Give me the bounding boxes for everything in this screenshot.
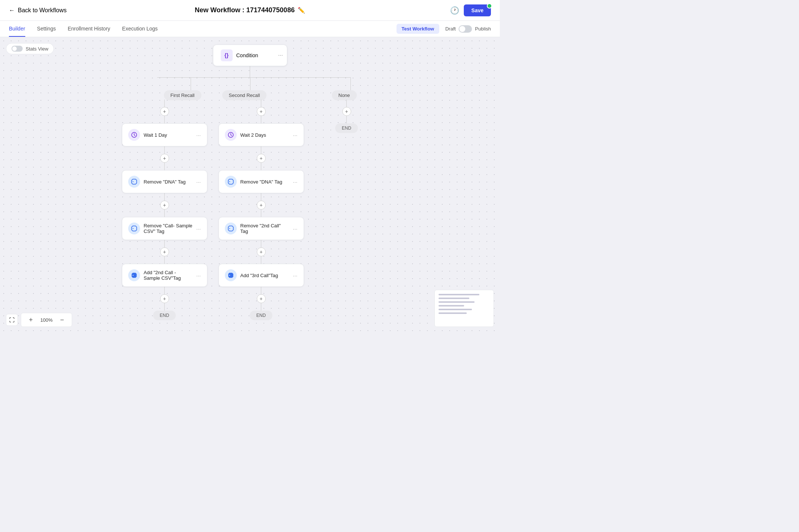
remove-dna-tag-label-2: Remove "DNA" Tag (240, 179, 289, 185)
step-add-3rd-call-tag[interactable]: Add "3rd Call"Tag ··· (219, 264, 304, 287)
branch-label-second-recall: Second Recall (222, 90, 267, 100)
add-step-after-add-3rd-call[interactable]: + (257, 294, 266, 303)
step-remove-dna-tag-2[interactable]: Remove "DNA" Tag ··· (219, 170, 304, 193)
wait-icon (128, 129, 140, 141)
tab-settings[interactable]: Settings (37, 21, 56, 37)
tag-remove-icon-3 (225, 176, 237, 188)
step-remove-dna-tag-1[interactable]: Remove "DNA" Tag ··· (122, 170, 207, 193)
publish-label: Publish (475, 26, 491, 32)
svg-point-3 (132, 275, 133, 276)
zoom-controls: + 100% − (21, 313, 72, 327)
wait-1-day-label: Wait 1 Day (144, 132, 193, 138)
draft-label: Draft (445, 26, 456, 32)
condition-vline (250, 66, 250, 77)
wait-2-days-menu[interactable]: ··· (293, 132, 298, 138)
add-2nd-call-label: Add "2nd Call - Sample CSV"Tag (144, 270, 193, 281)
add-step-after-add-2nd-call[interactable]: + (160, 294, 169, 303)
add-step-after-remove-2nd-call[interactable]: + (257, 247, 266, 256)
header-center: New Workflow : 1717440750086 ✏️ (195, 6, 305, 14)
zoom-level: 100% (39, 317, 54, 323)
condition-icon: {} (221, 49, 233, 61)
add-2nd-call-menu[interactable]: ··· (196, 272, 201, 279)
back-button[interactable]: ← Back to Workflows (9, 7, 67, 14)
add-3rd-call-label: Add "3rd Call"Tag (240, 273, 289, 278)
nav-right: Test Workflow Draft Publish (397, 24, 491, 34)
workflow-title: New Workflow : 1717440750086 (195, 6, 295, 14)
stats-toggle-switch[interactable] (12, 46, 23, 52)
svg-point-1 (132, 181, 133, 182)
step-wait-1-day[interactable]: Wait 1 Day ··· (122, 123, 207, 146)
add-step-after-remove-dna-2[interactable]: + (257, 201, 266, 210)
second-recall-column: + Wait 2 Days ··· + (217, 100, 306, 320)
tag-remove-icon-2 (128, 223, 140, 234)
remove-dna-tag-menu-2[interactable]: ··· (293, 179, 298, 185)
workflow-canvas: Stats View {} Condition ··· First Recall… (0, 37, 500, 333)
zoom-out-button[interactable]: + (26, 315, 36, 325)
add-step-after-remove-csv-1[interactable]: + (160, 247, 169, 256)
stats-view-toggle[interactable]: Stats View (6, 43, 54, 54)
step-add-2nd-call-tag[interactable]: Add "2nd Call - Sample CSV"Tag ··· (122, 264, 207, 287)
tab-builder[interactable]: Builder (9, 21, 25, 37)
remove-call-sample-csv-menu[interactable]: ··· (196, 226, 201, 232)
svg-point-5 (229, 181, 230, 182)
stats-view-label: Stats View (26, 46, 48, 52)
zoom-in-button[interactable]: − (57, 315, 67, 325)
add-step-after-wait-1-day[interactable]: + (160, 154, 169, 163)
add-step-none-top[interactable]: + (342, 107, 351, 116)
end-badge-first-recall: END (153, 311, 176, 320)
back-label: Back to Workflows (18, 7, 67, 14)
branch-label-none: None (332, 90, 357, 100)
add-step-after-remove-dna-1[interactable]: + (160, 201, 169, 210)
end-badge-second-recall: END (250, 311, 272, 320)
none-column: + END (313, 100, 380, 133)
test-workflow-button[interactable]: Test Workflow (397, 24, 440, 34)
history-icon[interactable]: 🕐 (450, 6, 459, 15)
nav-tabs: Builder Settings Enrollment History Exec… (9, 21, 397, 37)
remove-dna-tag-menu-1[interactable]: ··· (196, 179, 201, 185)
svg-point-6 (229, 228, 230, 229)
step-remove-call-sample-csv-tag[interactable]: Remove "Call- Sample CSV" Tag ··· (122, 217, 207, 240)
branch-connector: First Recall Second Recall None (120, 77, 380, 100)
add-3rd-call-menu[interactable]: ··· (293, 272, 298, 279)
minimap (434, 290, 494, 327)
wait-2-days-label: Wait 2 Days (240, 132, 289, 138)
back-arrow-icon: ← (9, 7, 15, 14)
svg-point-7 (229, 275, 230, 276)
end-badge-none: END (335, 123, 358, 133)
edit-icon[interactable]: ✏️ (298, 7, 305, 14)
tag-remove-icon-4 (225, 223, 237, 234)
remove-2nd-call-menu[interactable]: ··· (293, 226, 298, 232)
remove-dna-tag-label-1: Remove "DNA" Tag (144, 179, 193, 185)
tag-add-icon-1 (128, 269, 140, 281)
header: ← Back to Workflows New Workflow : 17174… (0, 0, 500, 21)
remove-2nd-call-label: Remove "2nd Call" Tag (240, 223, 289, 234)
tab-enrollment-history[interactable]: Enrollment History (68, 21, 110, 37)
tag-remove-icon-1 (128, 176, 140, 188)
step-remove-2nd-call-tag[interactable]: Remove "2nd Call" Tag ··· (219, 217, 304, 240)
bottom-controls: + 100% − (6, 313, 72, 327)
step-wait-2-days[interactable]: Wait 2 Days ··· (219, 123, 304, 146)
condition-node[interactable]: {} Condition ··· (213, 45, 287, 66)
save-button[interactable]: Save (464, 4, 491, 16)
add-step-after-wait-2-days[interactable]: + (257, 154, 266, 163)
first-recall-column: + Wait 1 Day ··· + (120, 100, 209, 320)
tag-add-icon-2 (225, 269, 237, 281)
remove-call-sample-csv-label: Remove "Call- Sample CSV" Tag (144, 223, 193, 234)
draft-publish-toggle[interactable] (459, 25, 472, 33)
tab-execution-logs[interactable]: Execution Logs (122, 21, 158, 37)
add-step-first-recall-top[interactable]: + (160, 107, 169, 116)
svg-point-2 (132, 228, 133, 229)
condition-label: Condition (236, 52, 258, 58)
header-right: 🕐 Save (450, 4, 491, 16)
wait-1-day-menu[interactable]: ··· (196, 132, 201, 138)
condition-menu[interactable]: ··· (278, 52, 283, 59)
wait-2-days-icon (225, 129, 237, 141)
branch-label-first-recall: First Recall (164, 90, 201, 100)
nav-bar: Builder Settings Enrollment History Exec… (0, 21, 500, 37)
expand-button[interactable] (6, 314, 18, 326)
add-step-second-recall-top[interactable]: + (257, 107, 266, 116)
draft-publish-toggle-group: Draft Publish (445, 25, 491, 33)
